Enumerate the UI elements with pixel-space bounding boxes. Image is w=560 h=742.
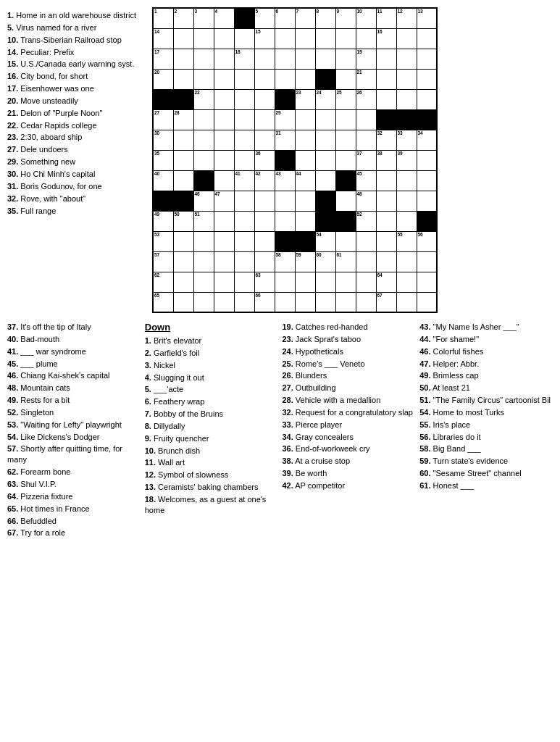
cell-3-4[interactable] [234, 69, 254, 89]
cell-0-5[interactable]: 5 [254, 8, 275, 28]
cell-4-12[interactable] [396, 89, 417, 109]
cell-10-11[interactable] [376, 211, 396, 231]
cell-6-7[interactable] [295, 130, 315, 150]
cell-13-5[interactable]: 63 [254, 272, 275, 292]
cell-0-7[interactable]: 7 [295, 8, 315, 28]
cell-8-3[interactable] [214, 170, 234, 191]
cell-14-9[interactable] [335, 292, 356, 312]
cell-13-8[interactable] [315, 272, 335, 292]
cell-11-7[interactable] [295, 231, 315, 251]
cell-11-10[interactable] [356, 231, 376, 251]
cell-5-7[interactable] [295, 109, 315, 130]
cell-12-1[interactable] [173, 251, 193, 272]
cell-11-8[interactable]: 54 [315, 231, 335, 251]
cell-2-3[interactable] [214, 49, 234, 69]
cell-6-4[interactable] [234, 130, 254, 150]
cell-3-12[interactable] [396, 69, 417, 89]
cell-13-4[interactable] [234, 272, 254, 292]
cell-12-5[interactable] [254, 251, 275, 272]
cell-3-5[interactable] [254, 69, 275, 89]
cell-5-11[interactable] [376, 109, 396, 130]
cell-7-3[interactable] [214, 150, 234, 170]
cell-10-12[interactable] [396, 211, 417, 231]
cell-12-0[interactable]: 57 [153, 251, 173, 272]
cell-2-11[interactable] [376, 49, 396, 69]
cell-10-10[interactable]: 52 [356, 211, 376, 231]
cell-9-13[interactable] [417, 191, 437, 211]
cell-4-10[interactable]: 26 [356, 89, 376, 109]
cell-8-8[interactable] [315, 170, 335, 191]
cell-9-1[interactable] [173, 191, 193, 211]
cell-7-10[interactable]: 37 [356, 150, 376, 170]
cell-5-10[interactable] [356, 109, 376, 130]
cell-2-4[interactable]: 18 [234, 49, 254, 69]
cell-10-9[interactable] [335, 211, 356, 231]
cell-11-11[interactable] [376, 231, 396, 251]
cell-9-8[interactable] [315, 191, 335, 211]
cell-14-5[interactable]: 66 [254, 292, 275, 312]
cell-7-4[interactable] [234, 150, 254, 170]
cell-6-11[interactable]: 32 [376, 130, 396, 150]
cell-7-13[interactable] [417, 150, 437, 170]
cell-13-6[interactable] [275, 272, 295, 292]
cell-11-13[interactable]: 56 [417, 231, 437, 251]
cell-9-12[interactable] [396, 191, 417, 211]
cell-13-9[interactable] [335, 272, 356, 292]
cell-10-13[interactable] [417, 211, 437, 231]
cell-10-8[interactable] [315, 211, 335, 231]
cell-1-11[interactable]: 16 [376, 28, 396, 49]
cell-1-7[interactable] [295, 28, 315, 49]
cell-7-5[interactable]: 36 [254, 150, 275, 170]
cell-4-6[interactable] [275, 89, 295, 109]
cell-8-9[interactable] [335, 170, 356, 191]
cell-4-11[interactable] [376, 89, 396, 109]
cell-5-4[interactable] [234, 109, 254, 130]
cell-11-5[interactable] [254, 231, 275, 251]
cell-12-13[interactable] [417, 251, 437, 272]
cell-14-12[interactable] [396, 292, 417, 312]
cell-3-9[interactable] [335, 69, 356, 89]
cell-12-8[interactable]: 60 [315, 251, 335, 272]
cell-1-1[interactable] [173, 28, 193, 49]
cell-6-5[interactable] [254, 130, 275, 150]
cell-2-1[interactable] [173, 49, 193, 69]
cell-7-1[interactable] [173, 150, 193, 170]
cell-5-13[interactable] [417, 109, 437, 130]
cell-3-0[interactable]: 20 [153, 69, 173, 89]
cell-3-13[interactable] [417, 69, 437, 89]
cell-4-4[interactable] [234, 89, 254, 109]
cell-13-10[interactable] [356, 272, 376, 292]
cell-12-11[interactable] [376, 251, 396, 272]
cell-1-0[interactable]: 14 [153, 28, 173, 49]
cell-6-1[interactable] [173, 130, 193, 150]
cell-10-1[interactable]: 50 [173, 211, 193, 231]
cell-7-2[interactable] [193, 150, 214, 170]
cell-6-3[interactable] [214, 130, 234, 150]
cell-9-0[interactable] [153, 191, 173, 211]
cell-9-4[interactable] [234, 191, 254, 211]
cell-3-3[interactable] [214, 69, 234, 89]
cell-5-2[interactable] [193, 109, 214, 130]
cell-7-6[interactable] [275, 150, 295, 170]
cell-9-7[interactable] [295, 191, 315, 211]
cell-8-13[interactable] [417, 170, 437, 191]
cell-0-1[interactable]: 2 [173, 8, 193, 28]
cell-13-3[interactable] [214, 272, 234, 292]
cell-14-13[interactable] [417, 292, 437, 312]
cell-4-5[interactable] [254, 89, 275, 109]
cell-14-6[interactable] [275, 292, 295, 312]
cell-0-10[interactable]: 10 [356, 8, 376, 28]
cell-10-0[interactable]: 49 [153, 211, 173, 231]
cell-0-11[interactable]: 11 [376, 8, 396, 28]
cell-12-2[interactable] [193, 251, 214, 272]
cell-0-6[interactable]: 6 [275, 8, 295, 28]
cell-8-2[interactable] [193, 170, 214, 191]
cell-2-2[interactable] [193, 49, 214, 69]
cell-8-0[interactable]: 40 [153, 170, 173, 191]
cell-11-2[interactable] [193, 231, 214, 251]
cell-0-9[interactable]: 9 [335, 8, 356, 28]
cell-6-2[interactable] [193, 130, 214, 150]
cell-6-0[interactable]: 30 [153, 130, 173, 150]
cell-10-6[interactable] [275, 211, 295, 231]
cell-4-2[interactable]: 22 [193, 89, 214, 109]
